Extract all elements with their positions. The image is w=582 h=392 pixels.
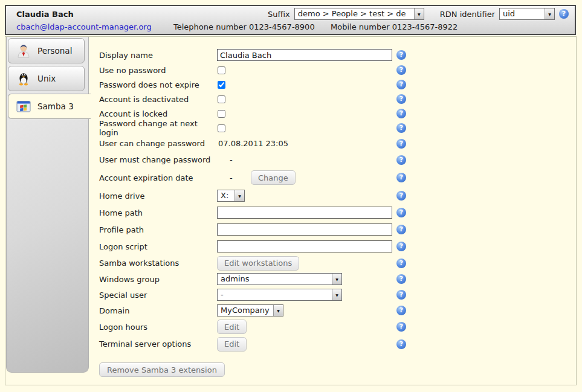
help-icon[interactable]: ? bbox=[396, 306, 406, 315]
rdn-select-value: uid bbox=[500, 8, 545, 19]
email-link[interactable]: cbach@ldap-account-manager.org bbox=[16, 22, 152, 31]
rdn-identifier-label: RDN identifier bbox=[440, 10, 495, 19]
form-row-use-no-password: Use no password ? bbox=[99, 63, 419, 77]
logon-script-input[interactable] bbox=[217, 240, 392, 252]
home-drive-select[interactable]: X: ▼ bbox=[217, 190, 245, 202]
form-row-logon-hours: Logon hours Edit ? bbox=[99, 318, 419, 335]
form-row-password-no-expire: Password does not expire ? bbox=[99, 77, 419, 92]
form-row-display-name: Display name ? bbox=[99, 47, 419, 63]
field-label: Windows group bbox=[99, 275, 217, 284]
field-label: Profile path bbox=[99, 225, 217, 234]
account-locked-checkbox[interactable] bbox=[218, 110, 225, 118]
form-row-terminal-server: Terminal server options Edit ? bbox=[99, 335, 419, 353]
windows-group-select[interactable]: admins ▼ bbox=[217, 273, 342, 285]
help-icon[interactable]: ? bbox=[396, 290, 406, 300]
domain-value: MyCompany bbox=[218, 305, 273, 316]
content-area: Personal Unix bbox=[5, 36, 577, 385]
domain-select[interactable]: MyCompany ▼ bbox=[217, 304, 283, 316]
tab-label: Samba 3 bbox=[37, 101, 74, 111]
mobile-text: Mobile number 0123-4567-8922 bbox=[331, 22, 458, 31]
suffix-select[interactable]: demo > People > test > de ▼ bbox=[294, 8, 424, 20]
help-icon[interactable]: ? bbox=[396, 242, 406, 251]
field-label: Special user bbox=[99, 291, 217, 300]
help-icon[interactable]: ? bbox=[396, 339, 406, 349]
help-icon[interactable]: ? bbox=[396, 123, 406, 133]
help-icon[interactable]: ? bbox=[396, 225, 406, 234]
help-icon[interactable]: ? bbox=[396, 109, 406, 118]
help-icon[interactable]: ? bbox=[396, 191, 406, 201]
field-label: Account is deactivated bbox=[99, 95, 217, 104]
chevron-down-icon: ▼ bbox=[332, 274, 341, 284]
change-expiration-button[interactable]: Change bbox=[251, 170, 296, 185]
field-label: User must change password bbox=[99, 155, 217, 164]
field-label: Home drive bbox=[99, 191, 217, 201]
help-icon[interactable]: ? bbox=[396, 259, 406, 268]
field-label: Terminal server options bbox=[99, 339, 217, 349]
form-row-domain: Domain MyCompany ▼ ? bbox=[99, 303, 419, 318]
field-label: Account expiration date bbox=[99, 173, 217, 182]
password-change-date: 07.08.2011 23:05 bbox=[217, 139, 288, 148]
chevron-down-icon: ▼ bbox=[545, 8, 554, 19]
password-does-not-expire-checkbox[interactable] bbox=[218, 81, 225, 89]
field-label: Password does not expire bbox=[99, 80, 217, 89]
chevron-down-icon: ▼ bbox=[234, 190, 244, 201]
profile-path-input[interactable] bbox=[217, 223, 392, 236]
field-label: Use no password bbox=[99, 66, 217, 75]
use-no-password-checkbox[interactable] bbox=[218, 66, 225, 74]
must-change-password-value: - bbox=[217, 155, 251, 164]
tab-unix[interactable]: Unix bbox=[8, 66, 85, 91]
suffix-label: Suffix bbox=[268, 10, 290, 19]
special-user-value: - bbox=[218, 289, 332, 300]
help-icon[interactable]: ? bbox=[396, 274, 406, 284]
suffix-select-value: demo > People > test > de bbox=[295, 8, 414, 19]
field-label: Logon script bbox=[99, 242, 217, 251]
field-label: User can change password bbox=[99, 139, 217, 148]
form-row-account-deactivated: Account is deactivated ? bbox=[99, 92, 419, 106]
help-icon[interactable]: ? bbox=[396, 94, 406, 104]
form-row-windows-group: Windows group admins ▼ ? bbox=[99, 271, 419, 287]
edit-terminal-server-button[interactable]: Edit bbox=[217, 337, 247, 352]
tux-icon bbox=[16, 71, 31, 86]
help-icon[interactable]: ? bbox=[396, 155, 406, 165]
special-user-select[interactable]: - ▼ bbox=[217, 289, 342, 301]
chevron-down-icon: ▼ bbox=[332, 289, 341, 300]
form-row-password-change-next-login: Password change at next login ? bbox=[99, 121, 419, 135]
remove-samba3-extension-button[interactable]: Remove Samba 3 extension bbox=[99, 362, 225, 377]
windows-group-value: admins bbox=[218, 274, 332, 284]
home-drive-value: X: bbox=[218, 190, 234, 201]
form-row-special-user: Special user - ▼ ? bbox=[99, 287, 419, 303]
password-change-next-login-checkbox[interactable] bbox=[218, 124, 225, 132]
home-path-input[interactable] bbox=[217, 207, 392, 219]
help-icon[interactable]: ? bbox=[396, 208, 406, 217]
tab-samba3[interactable]: Samba 3 bbox=[8, 94, 91, 119]
form-row-samba-workstations: Samba workstations Edit workstations ? bbox=[99, 255, 419, 271]
form-row-home-path: Home path ? bbox=[99, 204, 419, 221]
tab-personal[interactable]: Personal bbox=[8, 38, 85, 63]
person-icon bbox=[16, 43, 31, 59]
help-icon[interactable]: ? bbox=[396, 173, 406, 182]
help-icon[interactable]: ? bbox=[396, 139, 406, 149]
rdn-identifier-select[interactable]: uid ▼ bbox=[499, 8, 555, 20]
header-row-bottom: cbach@ldap-account-manager.org Telephone… bbox=[6, 22, 575, 34]
help-icon[interactable]: ? bbox=[396, 80, 406, 89]
tab-label: Personal bbox=[37, 46, 72, 56]
account-header: Claudia Bach Suffix demo > People > test… bbox=[5, 5, 576, 35]
display-name-input[interactable] bbox=[217, 49, 392, 61]
field-label: Domain bbox=[99, 306, 217, 315]
sidebar: Personal Unix bbox=[6, 37, 89, 373]
edit-workstations-button[interactable]: Edit workstations bbox=[217, 256, 299, 271]
form-row-home-drive: Home drive X: ▼ ? bbox=[99, 187, 419, 204]
help-icon[interactable]: ? bbox=[396, 65, 406, 75]
help-icon[interactable]: ? bbox=[396, 322, 406, 332]
account-deactivated-checkbox[interactable] bbox=[218, 95, 225, 103]
help-icon[interactable]: ? bbox=[396, 50, 406, 60]
form-row-must-change-password: User must change password - ? bbox=[99, 152, 419, 168]
form-row-profile-path: Profile path ? bbox=[99, 221, 419, 238]
field-label: Password change at next login bbox=[99, 119, 217, 137]
form-row-can-change-password: User can change password 07.08.2011 23:0… bbox=[99, 135, 419, 152]
edit-logon-hours-button[interactable]: Edit bbox=[217, 320, 247, 334]
chevron-down-icon: ▼ bbox=[273, 305, 283, 316]
form-row-account-expiration: Account expiration date - Change ? bbox=[99, 168, 419, 187]
help-icon[interactable]: ? bbox=[559, 9, 569, 19]
field-label: Account is locked bbox=[99, 109, 217, 118]
